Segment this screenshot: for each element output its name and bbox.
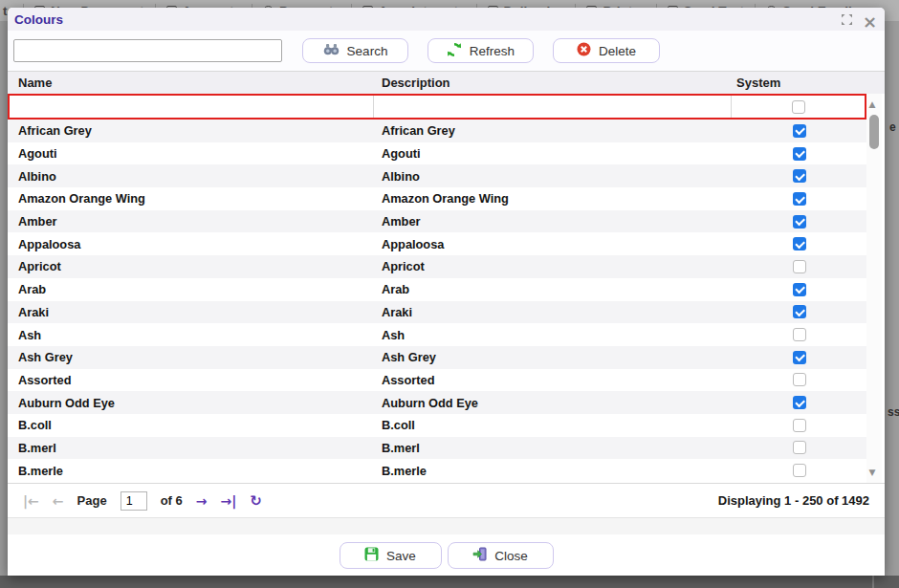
table-row[interactable]: B.merl B.merl <box>8 437 866 460</box>
cell-description: B.merle <box>373 464 732 478</box>
scrollbar-thumb[interactable] <box>869 115 879 149</box>
refresh-button-label: Refresh <box>470 44 515 58</box>
table-row[interactable]: Amazon Orange Wing Amazon Orange Wing <box>8 187 866 210</box>
cell-name: Assorted <box>8 373 373 387</box>
cell-description: Amber <box>373 214 732 229</box>
system-checkbox[interactable] <box>793 305 806 318</box>
table-row[interactable]: B.coll B.coll <box>8 414 866 437</box>
first-page-icon[interactable]: |← <box>23 493 39 509</box>
table-row[interactable]: Agouti Agouti <box>8 142 866 165</box>
cell-name: Amber <box>8 214 373 229</box>
new-name-cell[interactable] <box>10 96 374 118</box>
table-row[interactable]: Amber Amber <box>8 210 866 233</box>
table-row[interactable]: Appaloosa Appaloosa <box>8 232 866 255</box>
cell-name: Appaloosa <box>8 237 373 251</box>
system-checkbox[interactable] <box>793 373 806 386</box>
cell-system <box>732 441 866 454</box>
cell-description: Albino <box>373 169 732 184</box>
dialog-toolbar: Search Refresh Delete <box>8 31 885 71</box>
system-checkbox[interactable] <box>792 100 805 114</box>
cell-system <box>732 373 866 386</box>
cell-description: B.coll <box>373 418 732 432</box>
search-input[interactable] <box>13 39 282 62</box>
cell-name: B.coll <box>8 418 373 432</box>
system-checkbox[interactable] <box>793 147 806 161</box>
new-record-row[interactable] <box>8 94 866 120</box>
page-count-label: of 6 <box>161 493 183 508</box>
system-checkbox[interactable] <box>793 215 806 229</box>
table-row[interactable]: Auburn Odd Eye Auburn Odd Eye <box>8 391 866 414</box>
cell-description: Auburn Odd Eye <box>373 396 732 410</box>
search-button[interactable]: Search <box>302 38 408 63</box>
system-checkbox[interactable] <box>793 283 806 296</box>
table-row[interactable]: Arab Arab <box>8 278 866 301</box>
system-checkbox[interactable] <box>793 441 806 454</box>
cell-name: Araki <box>8 305 373 319</box>
delete-button[interactable]: Delete <box>553 38 660 63</box>
table-row[interactable]: Ash Ash <box>8 323 866 346</box>
cell-name: B.merl <box>8 441 373 455</box>
column-header-system[interactable]: System <box>732 76 866 90</box>
table-body: African Grey African Grey Agouti Agouti … <box>8 94 885 483</box>
table-row[interactable]: Apricot Apricot <box>8 255 866 278</box>
system-checkbox[interactable] <box>793 396 806 409</box>
table-header: Name Description System <box>8 71 885 94</box>
system-checkbox[interactable] <box>793 237 806 250</box>
cell-description: Appaloosa <box>373 237 732 251</box>
footer-button-bar: Save Close <box>8 534 885 576</box>
cell-name: Agouti <box>8 146 373 161</box>
system-checkbox[interactable] <box>793 464 806 477</box>
cell-system <box>732 328 866 341</box>
scroll-down-icon[interactable]: ▼ <box>869 468 876 477</box>
dialog-header: Colours × <box>8 8 885 31</box>
prev-page-icon[interactable]: ← <box>53 493 64 509</box>
cell-name: Albino <box>8 169 373 184</box>
page-label: Page <box>77 493 107 508</box>
cell-name: African Grey <box>8 123 373 138</box>
cell-system <box>732 237 866 250</box>
next-page-icon[interactable]: → <box>196 493 208 509</box>
table-row[interactable]: B.merle B.merle <box>8 459 866 482</box>
cell-description: Ash <box>373 328 732 342</box>
system-checkbox[interactable] <box>793 124 806 138</box>
system-checkbox[interactable] <box>793 328 806 341</box>
system-checkbox[interactable] <box>793 260 806 273</box>
close-icon[interactable]: × <box>863 15 877 28</box>
cell-system <box>732 351 866 364</box>
page-number-input[interactable] <box>121 491 147 511</box>
cell-system <box>732 396 866 409</box>
column-header-description[interactable]: Description <box>373 76 732 90</box>
cell-name: Arab <box>8 282 373 296</box>
system-checkbox[interactable] <box>793 351 806 364</box>
table-scrollbar[interactable]: ▲ ▼ <box>866 94 882 483</box>
table-row[interactable]: Assorted Assorted <box>8 369 866 392</box>
pagination-bar: |← ← Page of 6 → →| ↻ Displaying 1 - 250… <box>8 483 885 517</box>
close-button[interactable]: Close <box>448 542 554 569</box>
table-row[interactable]: Albino Albino <box>8 164 866 187</box>
cell-name: Ash <box>8 328 373 342</box>
system-checkbox[interactable] <box>793 169 806 183</box>
cell-system <box>732 464 866 477</box>
system-checkbox[interactable] <box>793 192 806 206</box>
table-row[interactable]: Ash Grey Ash Grey <box>8 346 866 369</box>
save-button[interactable]: Save <box>340 542 442 569</box>
scroll-up-icon[interactable]: ▲ <box>869 99 876 109</box>
table-row[interactable]: African Grey African Grey <box>8 120 866 142</box>
maximize-icon[interactable] <box>841 12 853 30</box>
background-text-fragment: e <box>889 120 896 134</box>
new-description-cell[interactable] <box>374 96 732 118</box>
table-rows: African Grey African Grey Agouti Agouti … <box>8 94 866 483</box>
cell-description: Agouti <box>373 146 732 161</box>
close-button-label: Close <box>494 549 528 563</box>
column-header-name[interactable]: Name <box>8 76 373 90</box>
delete-button-label: Delete <box>599 44 636 58</box>
cell-system <box>732 215 866 229</box>
last-page-icon[interactable]: →| <box>221 493 237 509</box>
refresh-button[interactable]: Refresh <box>428 38 534 63</box>
cell-name: Amazon Orange Wing <box>8 191 373 206</box>
table-row[interactable]: Araki Araki <box>8 301 866 324</box>
cell-description: Araki <box>373 305 732 319</box>
system-checkbox[interactable] <box>793 419 806 432</box>
refresh-pager-icon[interactable]: ↻ <box>250 492 262 510</box>
cell-system <box>732 283 866 296</box>
